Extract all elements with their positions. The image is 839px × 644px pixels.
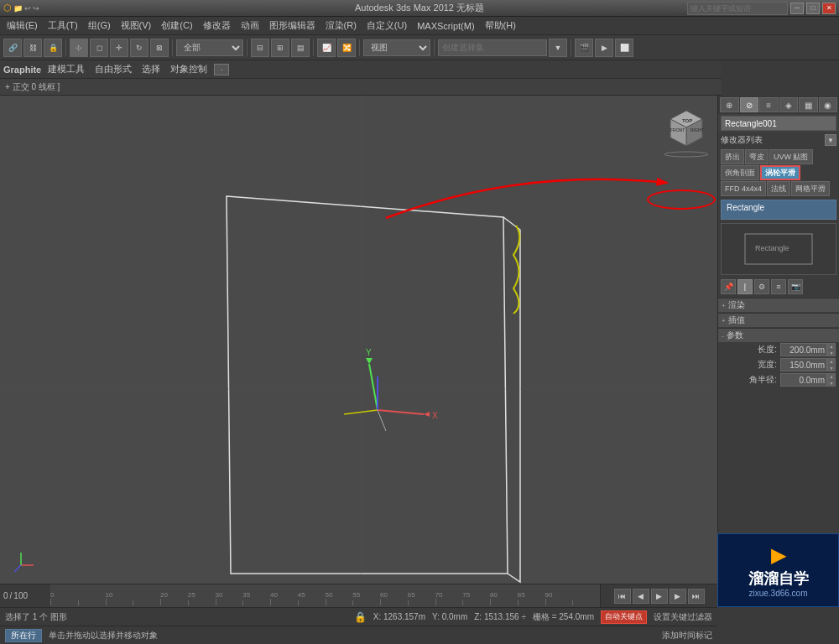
undo-icon[interactable]: ↩ bbox=[24, 4, 31, 13]
menu-group[interactable]: 组(G) bbox=[83, 18, 116, 34]
go-end-button[interactable]: ⏭ bbox=[688, 589, 705, 604]
param-length-spinner[interactable]: ▲ ▼ bbox=[827, 343, 836, 356]
mod-btn-bend[interactable]: 弯皮 bbox=[745, 149, 769, 164]
tick-40 bbox=[270, 599, 271, 605]
graphite-modeling-tools[interactable]: 建模工具 bbox=[44, 62, 88, 76]
selection-set-input[interactable] bbox=[438, 39, 547, 56]
menu-render[interactable]: 渲染(R) bbox=[320, 18, 362, 34]
graphite-toolbar: Graphite 建模工具 自由形式 选择 对象控制 · bbox=[0, 60, 722, 79]
menu-create[interactable]: 创建(C) bbox=[156, 18, 197, 34]
panel-tab-modify[interactable]: ⊘ bbox=[740, 97, 759, 112]
param-corner-spinner[interactable]: ▲ ▼ bbox=[827, 373, 836, 387]
redo-icon[interactable]: ↪ bbox=[33, 4, 39, 13]
snapshot-icon[interactable]: 📷 bbox=[788, 279, 803, 294]
configure-icon[interactable]: ⚙ bbox=[754, 279, 769, 294]
panel-tab-hierarchy[interactable]: ≡ bbox=[759, 97, 779, 112]
panel-tab-motion[interactable]: ◈ bbox=[779, 97, 799, 112]
param-icon[interactable]: ≡ bbox=[771, 279, 786, 294]
menu-edit[interactable]: 编辑(E) bbox=[2, 18, 43, 34]
play-button[interactable]: ▶ bbox=[651, 589, 668, 604]
menu-customize[interactable]: 自定义(U) bbox=[362, 18, 412, 34]
instruction-text: 单击并拖动以选择并移动对象 bbox=[49, 630, 158, 641]
timeline-track[interactable]: 0 10 20 25 30 35 40 45 50 55 60 65 70 75… bbox=[50, 584, 600, 607]
bind-space-button[interactable]: 🔒 bbox=[44, 39, 62, 57]
win-minimize-button[interactable]: ─ bbox=[790, 3, 804, 14]
lock-icon-btn[interactable]: | bbox=[737, 279, 753, 294]
filter-button[interactable]: 设置关键过滤器 bbox=[654, 611, 712, 623]
menu-maxscript[interactable]: MAXScript(M) bbox=[412, 19, 479, 33]
graphite-object-control[interactable]: 对象控制 bbox=[167, 62, 211, 76]
modifier-list-dropdown-button[interactable]: ▼ bbox=[825, 134, 836, 146]
menu-tools[interactable]: 工具(T) bbox=[43, 18, 83, 34]
rollout-params[interactable]: - 参数 bbox=[718, 328, 839, 342]
next-frame-button[interactable]: ▶ bbox=[670, 589, 686, 604]
mod-btn-chamfer-profile[interactable]: 涡轮平滑 bbox=[760, 165, 800, 180]
win-close-button[interactable]: ✕ bbox=[822, 3, 836, 14]
move-button[interactable]: ✛ bbox=[110, 39, 128, 57]
selection-set-button[interactable]: ▼ bbox=[549, 39, 567, 57]
unlink-button[interactable]: ⛓ bbox=[23, 39, 42, 57]
modifier-list-label: 修改器列表 bbox=[721, 134, 823, 146]
frame-label-70: 70 bbox=[435, 591, 443, 599]
pin-icon[interactable]: 📌 bbox=[721, 279, 736, 294]
tick-95 bbox=[572, 600, 573, 605]
rotate-button[interactable]: ↻ bbox=[130, 39, 149, 57]
menu-animation[interactable]: 动画 bbox=[236, 18, 264, 34]
viewport-area[interactable]: X Y bbox=[0, 96, 717, 589]
param-length-row: 长度: ▲ ▼ bbox=[718, 342, 839, 357]
view-dropdown[interactable]: 视图 bbox=[363, 39, 430, 56]
select-region-button[interactable]: ◻ bbox=[90, 39, 108, 57]
layer-button[interactable]: ▤ bbox=[291, 39, 310, 57]
mod-btn-extrude[interactable]: 挤出 bbox=[721, 149, 744, 164]
scale-button[interactable]: ⊠ bbox=[150, 39, 169, 57]
schematic-button[interactable]: 🔀 bbox=[337, 39, 356, 57]
modifier-stack-item[interactable]: Rectangle bbox=[725, 202, 832, 213]
title-bar-search: ─ □ ✕ bbox=[687, 2, 836, 15]
mirror-button[interactable]: ⊟ bbox=[251, 39, 269, 57]
menu-view[interactable]: 视图(V) bbox=[116, 18, 157, 34]
autokey-button[interactable]: 自动关键点 bbox=[601, 610, 647, 624]
mod-btn-ffd[interactable]: 法线 bbox=[767, 181, 790, 196]
select-all-dropdown[interactable]: 全部 bbox=[176, 39, 243, 56]
param-corner-input[interactable] bbox=[780, 373, 827, 387]
curve-editor-button[interactable]: 📈 bbox=[317, 39, 336, 57]
panel-tab-create[interactable]: ⊕ bbox=[720, 97, 739, 112]
mod-btn-normal[interactable]: 网格平滑 bbox=[791, 181, 830, 196]
mod-btn-turbosmooth[interactable]: FFD 4x4x4 bbox=[721, 181, 766, 196]
tick-5 bbox=[78, 600, 79, 605]
panel-tab-utilities[interactable]: ◉ bbox=[819, 97, 838, 112]
render-setup-button[interactable]: 🎬 bbox=[575, 39, 593, 57]
rollout-interpolation-arrow: + bbox=[722, 317, 726, 325]
select-link-button[interactable]: 🔗 bbox=[3, 39, 22, 57]
menu-modifiers[interactable]: 修改器 bbox=[198, 18, 236, 34]
mod-btn-uvw[interactable]: UVW 贴图 bbox=[769, 149, 813, 164]
view-cube-nav[interactable]: TOP RIGHT FRONT bbox=[662, 102, 711, 151]
select-button[interactable]: ⊹ bbox=[70, 39, 88, 57]
graphite-dot-button[interactable]: · bbox=[214, 64, 229, 75]
param-width-spinner[interactable]: ▲ ▼ bbox=[827, 358, 836, 371]
separator1 bbox=[65, 39, 66, 56]
param-width-input[interactable] bbox=[780, 358, 827, 371]
param-length-input[interactable] bbox=[780, 343, 827, 356]
go-start-button[interactable]: ⏮ bbox=[614, 589, 631, 604]
render-last-button[interactable]: ⬜ bbox=[615, 39, 633, 57]
graphite-select[interactable]: 选择 bbox=[138, 62, 164, 76]
rollout-render[interactable]: + 渲染 bbox=[718, 298, 839, 312]
object-name-input[interactable] bbox=[721, 116, 836, 131]
align-button[interactable]: ⊞ bbox=[271, 39, 289, 57]
prev-frame-button[interactable]: ◀ bbox=[633, 589, 649, 604]
tick-30 bbox=[216, 599, 216, 605]
panel-tab-display[interactable]: ▦ bbox=[799, 97, 818, 112]
rollout-interpolation[interactable]: + 插值 bbox=[718, 313, 839, 327]
graphite-freeform[interactable]: 自由形式 bbox=[91, 62, 135, 76]
win-maximize-button[interactable]: □ bbox=[806, 3, 820, 14]
search-input[interactable] bbox=[687, 2, 788, 15]
menu-graph-editor[interactable]: 图形编辑器 bbox=[264, 18, 320, 34]
add-time-tag[interactable]: 添加时间标记 bbox=[662, 630, 712, 641]
menu-help[interactable]: 帮助(H) bbox=[480, 18, 521, 34]
tick-80 bbox=[490, 599, 491, 605]
param-length-label: 长度: bbox=[722, 344, 777, 356]
lock-button[interactable]: 🔒 bbox=[354, 611, 367, 623]
render-button[interactable]: ▶ bbox=[595, 39, 613, 57]
mod-btn-lathe[interactable]: 倒角剖面 bbox=[721, 165, 759, 180]
